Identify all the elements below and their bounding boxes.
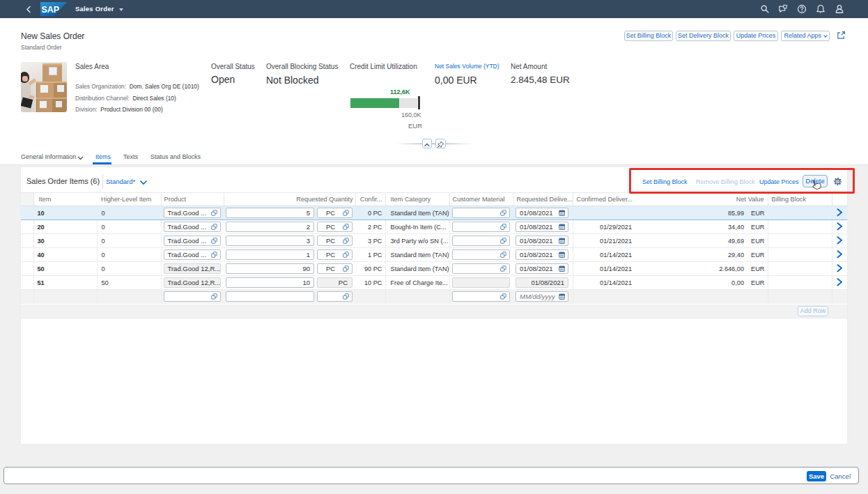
svg-text:SAP: SAP xyxy=(42,5,60,15)
